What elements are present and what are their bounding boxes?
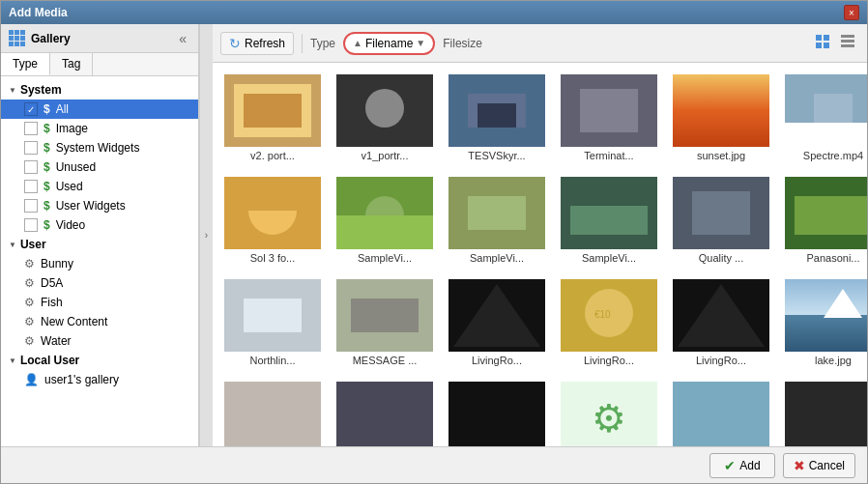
media-item[interactable]: Quality ... [669,173,773,268]
sidebar-item-d5a[interactable]: ⚙ D5A [1,273,198,293]
media-item[interactable]: SampleVi... [333,173,437,268]
image-checkbox[interactable] [24,122,38,135]
checkmark-icon: ✔ [724,458,736,473]
media-item[interactable] [220,378,325,446]
cancel-label: Cancel [809,459,845,472]
media-item[interactable] [669,378,773,446]
sidebar-item-system-widgets[interactable]: $ System Widgets [1,138,198,157]
media-item[interactable]: SampleVi... [445,173,549,268]
media-thumbnail [448,177,545,249]
cancel-button[interactable]: ✖ Cancel [783,453,855,478]
media-item-label: Spectre.mp4 [803,150,863,161]
list-view-button[interactable] [836,32,859,54]
svg-rect-3 [824,43,829,48]
media-item-label: Sol 3 fo... [250,252,295,264]
sidebar-item-fish[interactable]: ⚙ Fish [1,293,198,312]
sidebar-item-label-new-content: New Content [41,315,107,328]
user-section-header[interactable]: ▼ User [1,235,198,254]
sidebar-item-label-fish: Fish [41,296,63,309]
add-button[interactable]: ✔ Add [709,453,774,478]
media-thumbnail [673,382,769,446]
dollar-icon-used: $ [43,180,50,193]
sidebar-item-bunny[interactable]: ⚙ Bunny [1,254,198,273]
used-checkbox[interactable] [24,180,38,193]
dollar-icon-syswidgets: $ [43,141,50,155]
media-thumbnail [673,279,769,352]
media-item[interactable]: lake.jpg [781,275,867,370]
media-item-label: v1_portr... [362,150,409,161]
media-item[interactable]: LivingRo... [669,275,773,370]
media-item[interactable]: sunset.jpg [669,71,773,165]
media-thumbnail [336,177,433,249]
media-item[interactable]: LivingRo... [445,275,549,370]
media-item[interactable]: Northlin... [220,275,325,370]
media-item[interactable] [445,378,549,446]
sidebar-gallery-label: Gallery [31,32,71,45]
sidebar-item-used[interactable]: $ Used [1,177,198,196]
media-item[interactable]: LivingRo... [557,275,661,370]
media-thumbnail [673,74,769,147]
syswidgets-checkbox[interactable] [24,141,38,155]
sidebar-item-label-all: All [56,102,69,116]
media-item[interactable]: TESVSkyr... [445,71,549,165]
sidebar-item-unused[interactable]: $ Unused [1,157,198,177]
view-toggle [811,32,859,54]
media-item[interactable]: SampleVi... [557,173,661,268]
grid-view-button[interactable] [811,32,834,54]
tab-type[interactable]: Type [1,53,50,75]
sidebar-toggle-button[interactable]: › [199,24,213,446]
sidebar-item-image[interactable]: $ Image [1,119,198,138]
media-thumbnail [448,382,545,446]
media-item[interactable] [557,378,661,446]
sidebar-header: Gallery « [1,24,198,53]
media-item-label: LivingRo... [584,355,634,366]
media-item[interactable]: MESSAGE ... [333,275,437,370]
sidebar-item-user1-gallery[interactable]: 👤 user1's gallery [1,370,198,389]
media-area[interactable]: v2. port...v1_portr...TESVSkyr...Termina… [213,63,867,446]
media-thumbnail [336,74,433,147]
media-item[interactable]: Spectre.mp4 [781,71,867,165]
user-section-label: User [20,238,46,251]
tab-tag[interactable]: Tag [50,53,93,75]
sidebar-item-new-content[interactable]: ⚙ New Content [1,312,198,331]
media-item-label: Terminat... [584,150,633,161]
media-item[interactable]: v1_portr... [333,71,437,165]
media-thumbnail [224,177,321,249]
sidebar-item-all[interactable]: $ All [1,100,198,119]
sort-arrow-down: ▼ [416,38,425,48]
all-checkbox[interactable] [24,102,38,116]
media-thumbnail [224,382,321,446]
media-item-label: lake.jpg [815,355,852,366]
sidebar-item-video[interactable]: $ Video [1,215,198,235]
media-item[interactable]: Terminat... [557,71,661,165]
system-triangle-icon: ▼ [9,86,16,95]
unused-checkbox[interactable] [24,160,38,174]
media-item-label: sunset.jpg [697,150,745,161]
sidebar-item-water[interactable]: ⚙ Water [1,331,198,351]
type-label: Type [310,37,335,50]
media-item[interactable]: Sol 3 fo... [220,173,325,268]
userwidgets-checkbox[interactable] [24,199,38,213]
media-thumbnail [561,279,657,352]
svg-rect-6 [841,44,854,47]
sidebar-item-label-bunny: Bunny [41,257,73,270]
sidebar-collapse-button[interactable]: « [175,31,190,46]
local-user-section-label: Local User [20,354,79,367]
svg-rect-1 [824,35,829,41]
sidebar: Gallery « Type Tag ▼ System [1,24,199,446]
media-item[interactable] [781,378,867,446]
system-section-header[interactable]: ▼ System [1,80,198,100]
filesize-label: Filesize [443,37,482,50]
media-item[interactable] [333,378,437,446]
video-checkbox[interactable] [24,218,38,232]
sidebar-item-user-widgets[interactable]: $ User Widgets [1,196,198,215]
filename-sort-button[interactable]: ▲ Filename ▼ [343,32,435,55]
close-button[interactable]: × [844,5,859,20]
person-icon: 👤 [24,373,39,386]
local-user-section-header[interactable]: ▼ Local User [1,351,198,370]
media-item[interactable]: Panasoni... [781,173,867,268]
media-item[interactable]: v2. port... [220,71,325,165]
refresh-button[interactable]: ↻ Refresh [220,32,294,55]
gear-icon-new-content: ⚙ [24,315,35,328]
media-thumbnail [336,382,433,446]
